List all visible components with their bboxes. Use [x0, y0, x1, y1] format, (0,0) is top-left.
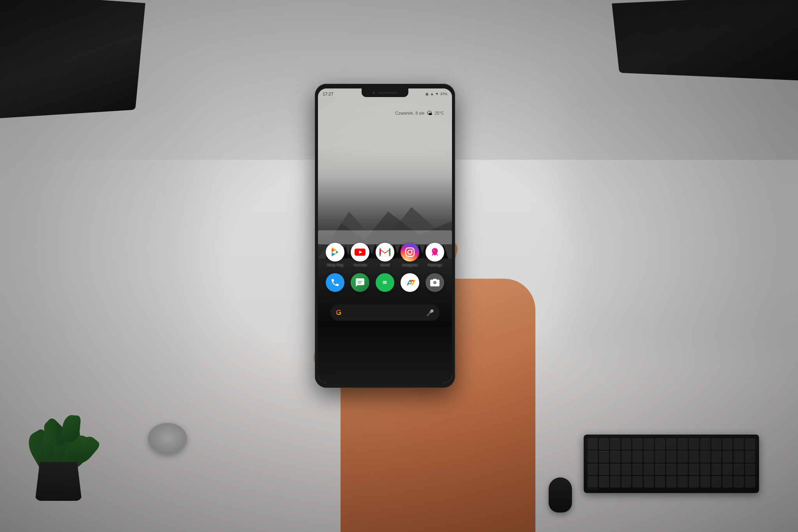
plant-pot [35, 462, 82, 501]
weather-date: Czwartek, 8 sie [395, 111, 424, 115]
key [655, 451, 665, 462]
phone-screen: 17:27 ▦ ▲ ▼ 37% Czwartek, 8 sie 🌤 25°C [318, 88, 452, 383]
key [711, 438, 722, 450]
chrome-icon-bg [401, 273, 419, 292]
messages-icon-bg [351, 273, 369, 292]
app-icon-spotify[interactable] [375, 273, 395, 293]
key [711, 451, 722, 462]
phone: 17:27 ▦ ▲ ▼ 37% Czwartek, 8 sie 🌤 25°C [315, 84, 455, 388]
key [610, 464, 620, 475]
key [632, 476, 643, 488]
weather-widget: Czwartek, 8 sie 🌤 25°C [395, 110, 444, 116]
key [632, 451, 643, 462]
key [711, 476, 722, 488]
key [655, 464, 665, 475]
key [599, 451, 609, 462]
key [666, 464, 676, 475]
key [621, 476, 632, 488]
key [700, 438, 710, 450]
app-icon-phone[interactable] [325, 273, 345, 293]
app-icon-messages[interactable] [350, 273, 370, 293]
google-home-body [148, 423, 187, 454]
key [644, 438, 654, 450]
key [689, 476, 699, 488]
front-camera [373, 92, 375, 94]
key [599, 464, 609, 475]
key [621, 464, 632, 475]
instagram-label: Instagram [402, 263, 418, 267]
app-icon-gmail[interactable]: Gmail [375, 243, 395, 267]
key [734, 476, 744, 488]
youtube-icon-bg [351, 243, 369, 262]
key [700, 451, 710, 462]
key [722, 438, 733, 450]
flamingo-icon-bg [425, 243, 444, 262]
play-store-logo [330, 247, 340, 257]
key [745, 451, 755, 462]
key [722, 451, 733, 462]
key [745, 438, 755, 450]
phone-notch [362, 88, 408, 97]
key [689, 451, 699, 462]
key [632, 464, 643, 475]
key [666, 476, 676, 488]
wifi-icon: ▲ [430, 92, 434, 96]
svg-point-38 [434, 282, 436, 283]
wallpaper [318, 88, 452, 383]
key [644, 476, 654, 488]
status-icons: ▦ ▲ ▼ 37% [425, 92, 447, 96]
key [588, 476, 598, 488]
key [666, 438, 676, 450]
gmail-icon-bg [376, 243, 394, 262]
key [655, 476, 665, 488]
key [610, 451, 620, 462]
key [678, 438, 688, 450]
app-icon-instagram[interactable]: Instagram [400, 243, 420, 267]
key [621, 438, 632, 450]
key [610, 438, 620, 450]
app-icon-flamingo[interactable]: Flamingo [425, 243, 445, 267]
battery-text: 37% [440, 92, 447, 96]
key [689, 464, 699, 475]
key [722, 464, 733, 475]
key [711, 464, 722, 475]
app-icon-youtube[interactable]: YouTube [350, 243, 370, 267]
monitor-top-right [612, 0, 798, 81]
keyboard-keys [584, 435, 759, 493]
weather-temperature: 25°C [434, 111, 444, 115]
key [588, 438, 598, 450]
key [588, 451, 598, 462]
volume-down-button [315, 140, 315, 154]
instagram-icon-bg [401, 243, 419, 262]
camera-icon-bg [425, 273, 444, 292]
volume-up-button [315, 123, 315, 136]
key [700, 476, 710, 488]
key [632, 438, 643, 450]
google-mic-icon: 🎤 [426, 309, 434, 316]
camera-logo [430, 277, 440, 288]
key [745, 476, 755, 488]
key [734, 464, 744, 475]
gmail-label: Gmail [380, 263, 390, 267]
app-icon-play-store[interactable]: Sklep Play [325, 243, 345, 267]
app-icon-camera[interactable] [425, 273, 445, 293]
svg-point-29 [408, 250, 412, 255]
key [678, 476, 688, 488]
monitor-top-left [0, 0, 145, 118]
play-store-label: Sklep Play [327, 263, 344, 267]
key [588, 464, 598, 475]
key [610, 476, 620, 488]
app-grid: Sklep Play YouTube [325, 243, 445, 293]
notification-icon: ▦ [425, 92, 429, 96]
messages-logo [355, 277, 365, 288]
google-search-bar[interactable]: G 🎤 [330, 304, 440, 321]
svg-point-31 [434, 250, 434, 251]
bg-blur-left [0, 78, 195, 390]
svg-point-36 [409, 282, 411, 284]
play-store-icon-bg [326, 243, 344, 262]
key [655, 438, 665, 450]
earpiece-speaker [378, 92, 397, 94]
app-icon-chrome[interactable] [400, 273, 420, 293]
key [689, 438, 699, 450]
keyboard-area [564, 396, 759, 493]
